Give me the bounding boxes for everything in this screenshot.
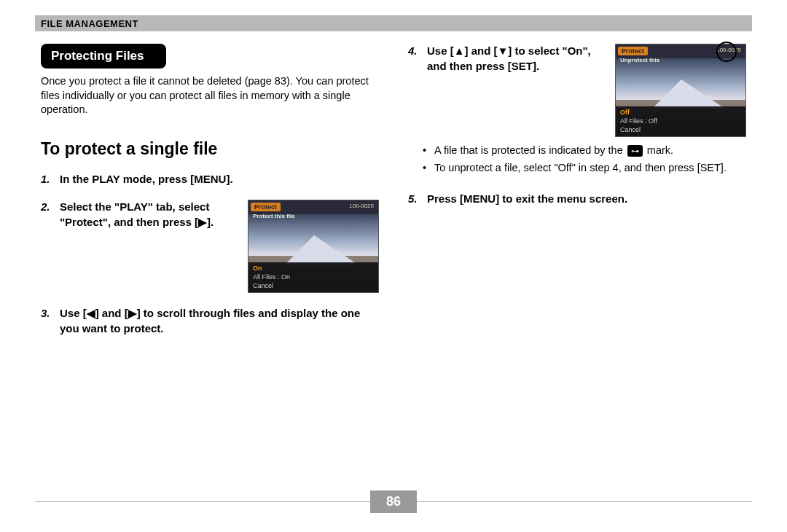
topic-heading: Protecting Files — [41, 44, 166, 69]
step-4-notes: A file that is protected is indicated by… — [408, 143, 746, 176]
thumb-menu-line: All Files : On — [253, 273, 374, 281]
step-text: Press [MENU] to exit the menu screen. — [427, 192, 627, 205]
section-header-bar: File Management — [35, 15, 752, 31]
step-text: In the PLAY mode, press [MENU]. — [60, 173, 233, 185]
thumb-menu: On All Files : On Cancel — [248, 262, 378, 292]
note-text-a: A file that is protected is indicated by… — [434, 144, 623, 156]
thumb-menu-line: All Files : Off — [620, 117, 741, 125]
step-text: Use [◀] and [▶] to scroll through files … — [60, 307, 360, 335]
thumb-subtitle: Protect this file — [253, 213, 295, 219]
section-header-title: File Management — [41, 18, 138, 29]
thumb-file-number: 100-0025 — [349, 203, 374, 209]
thumb-menu-line: Cancel — [620, 125, 741, 134]
callout-circle — [716, 42, 737, 62]
thumb-menu-line: Off — [620, 108, 741, 117]
step-2: 2. Select the "PLAY" tab, select "Protec… — [41, 200, 379, 293]
note-item: To unprotect a file, select "Off" in ste… — [426, 160, 746, 175]
step-number: 2. — [41, 200, 60, 230]
page-number: 86 — [370, 490, 417, 513]
step-number: 4. — [408, 44, 427, 74]
intro-paragraph: Once you protect a file it cannot be del… — [41, 74, 372, 117]
step-3: 3. Use [◀] and [▶] to scroll through fil… — [41, 306, 379, 336]
thumb-menu: Off All Files : Off Cancel — [616, 106, 745, 136]
camera-screenshot-2: Protect 100-0025 Unprotect this Off All … — [615, 44, 746, 137]
thumb-menu-line: Cancel — [253, 281, 374, 290]
note-text-b: mark. — [647, 144, 673, 156]
camera-screenshot-1: Protect 100-0025 Protect this file On Al… — [248, 200, 379, 293]
page-footer: 86 — [35, 490, 752, 513]
note-item: A file that is protected is indicated by… — [426, 143, 746, 157]
procedure-title: To protect a single file — [41, 139, 379, 159]
thumb-tab: Protect — [618, 47, 648, 55]
step-5: 5. Press [MENU] to exit the menu screen. — [408, 192, 746, 207]
thumb-graphic — [285, 235, 358, 265]
thumb-menu-line: On — [253, 264, 374, 273]
step-text: Select the "PLAY" tab, select "Protect",… — [60, 200, 214, 228]
step-4: 4. Use [▲] and [▼] to select "On", and t… — [408, 44, 746, 137]
step-number: 1. — [41, 172, 60, 187]
left-column: Protecting Files Once you protect a file… — [41, 44, 379, 474]
thumb-graphic — [652, 79, 725, 109]
thumb-tab: Protect — [251, 203, 281, 211]
step-text: Use [▲] and [▼] to select "On", and then… — [427, 44, 591, 72]
content-area: Protecting Files Once you protect a file… — [41, 44, 746, 474]
step-number: 5. — [408, 192, 427, 207]
key-icon: ⊶ — [627, 145, 643, 157]
step-number: 3. — [41, 306, 60, 336]
step-1: 1. In the PLAY mode, press [MENU]. — [41, 172, 379, 187]
right-column: 4. Use [▲] and [▼] to select "On", and t… — [408, 44, 746, 474]
thumb-subtitle: Unprotect this — [620, 57, 659, 63]
